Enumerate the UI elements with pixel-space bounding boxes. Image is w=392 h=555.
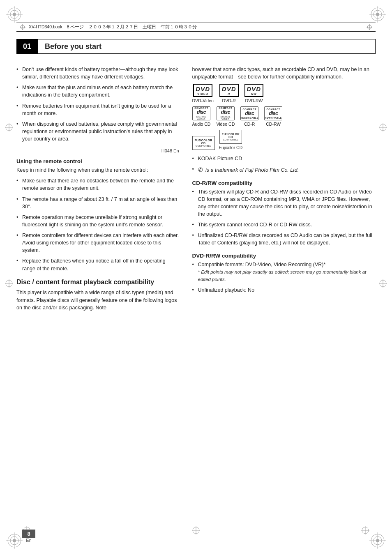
battery-bullet-4: When disposing of used batteries, please… — [16, 120, 179, 143]
trademark-icon: ✆ — [198, 166, 203, 173]
dvd-r-box: DVD R — [219, 84, 239, 97]
chapter-number: 01 — [23, 42, 31, 51]
dvd-logos-row: DVD VIDEO DVD-Video DVD R DVD-R DV — [192, 84, 376, 103]
cd-r-label: CD-R — [244, 122, 255, 127]
disc-logos: DVD VIDEO DVD-Video DVD R DVD-R DV — [192, 84, 376, 150]
kodak-bullet: KODAK Picture CD — [192, 155, 376, 162]
disc-intro-cont: however that some disc types, such as re… — [192, 66, 376, 81]
post-logo-bullets: KODAK Picture CD ✆ is a trademark of Fuj… — [192, 155, 376, 174]
remote-bullet-2: The remote has a range of about 23 ft. /… — [16, 196, 179, 210]
audio-cd-label: Audio CD — [192, 122, 211, 127]
fuji-box-2: FUJICOLOR CD COMPATIBLE — [219, 130, 242, 144]
battery-bullet-1: Don't use different kinds of battery tog… — [16, 66, 179, 81]
dvd-rw-text: DVD — [247, 85, 261, 92]
cd-r-box: COMPACT disc Recordable — [240, 106, 258, 120]
cd-rw-box: COMPACT disc ReWritable — [264, 106, 282, 120]
cd-rw-disc: disc — [269, 111, 278, 116]
battery-bullet-3: Remove batteries from equipment that isn… — [16, 102, 179, 117]
dvdrw-heading: DVD-R/RW compatibility — [192, 253, 376, 259]
dvd-r-label: DVD-R — [222, 98, 236, 103]
video-cd-compact: COMPACT — [219, 107, 232, 110]
corner-decoration-tl — [4, 4, 25, 25]
remote-bullet-1: Make sure that there are no obstacles be… — [16, 177, 179, 192]
page-number: 8 — [27, 531, 30, 537]
dvdrw-bullet-1: Compatible formats: DVD-Video, Video Rec… — [192, 261, 376, 283]
video-cd-logo: COMPACT disc DIGITAL VIDEO Video CD — [216, 106, 235, 127]
audio-cd-logo: COMPACT disc DIGITAL AUDIO Audio CD — [192, 106, 211, 127]
page-lang: En — [26, 538, 31, 543]
dvdrw-bullet-list: Compatible formats: DVD-Video, Video Rec… — [192, 261, 376, 294]
dvd-r-sub: R — [228, 92, 230, 95]
fuji-text-1: FUJICOLOR CD — [193, 139, 214, 145]
fuji-logo-1: FUJICOLOR CD COMPATIBLE — [192, 136, 215, 150]
trademark-bullet: ✆ is a trademark of Fuji Photo Film Co. … — [192, 166, 376, 174]
audio-cd-box: COMPACT disc DIGITAL AUDIO — [192, 106, 210, 120]
cdrw-bullet-1: This system will play CD-R and CD-RW dis… — [192, 188, 376, 218]
dvd-video-logo: DVD VIDEO DVD-Video — [192, 84, 214, 103]
remote-bullet-5: Replace the batteries when you notice a … — [16, 257, 179, 272]
dvdrw-bullet-2: Unfinalized playback: No — [192, 286, 376, 294]
header-crosshair-icon — [20, 24, 25, 30]
video-cd-sub: DIGITAL VIDEO — [218, 115, 233, 120]
cd-rw-compact: COMPACT — [267, 108, 280, 111]
using-remote-heading: Using the remote control — [16, 158, 179, 164]
header-crosshair-right-icon — [367, 24, 372, 30]
corner-decoration-br — [367, 530, 388, 551]
dvd-video-box: DVD VIDEO — [193, 84, 212, 97]
remote-bullet-3: Remote operation may become unreliable i… — [16, 214, 179, 228]
disc-section-heading: Disc / content format playback compatibi… — [16, 278, 179, 287]
audio-cd-sub: DIGITAL AUDIO — [194, 115, 209, 120]
cd-r-sub: Recordable — [240, 117, 258, 119]
chapter-title: Before you start — [45, 42, 101, 51]
reg-mark-left-lower — [5, 279, 13, 288]
battery-bullet-2: Make sure that the plus and minus ends o… — [16, 84, 179, 99]
using-remote-intro: Keep in mind the following when using th… — [16, 166, 179, 174]
audio-cd-disc: disc — [197, 109, 206, 115]
trademark-text: is a trademark of Fuji Photo Film Co. Lt… — [205, 167, 299, 173]
cd-r-compact: COMPACT — [243, 108, 256, 111]
dvd-video-label: DVD-Video — [192, 98, 214, 103]
fuji-text-2: FUJICOLOR CD — [220, 133, 242, 138]
dvd-text: DVD — [196, 85, 210, 92]
cdrw-heading: CD-R/RW compatibility — [192, 180, 376, 186]
dvd-rw-box: DVD RW — [244, 84, 264, 97]
cdrw-bullet-list: This system will play CD-R and CD-RW dis… — [192, 188, 376, 247]
reg-mark-right-lower — [379, 279, 387, 288]
remote-bullet-4: Remote controllers for different devices… — [16, 232, 179, 254]
video-cd-disc: disc — [221, 109, 230, 115]
page-number-box: 8 — [22, 530, 35, 538]
battery-bullet-list: Don't use different kinds of battery tog… — [16, 66, 179, 143]
reg-mark-right-mid — [379, 123, 387, 131]
fuji-sub-2: COMPATIBLE — [223, 138, 238, 141]
cd-r-disc: disc — [245, 111, 254, 116]
video-cd-box: COMPACT disc DIGITAL VIDEO — [217, 106, 235, 120]
fuji-logo-area: FUJICOLOR CD COMPATIBLE FUJICOLOR CD COM… — [192, 130, 376, 150]
ref-code: H048 En — [16, 148, 179, 153]
right-column: however that some disc types, such as re… — [189, 62, 376, 530]
disc-intro: This player is compatible with a wide ra… — [16, 289, 179, 311]
chapter-title-bar: Before you start — [38, 39, 376, 54]
video-cd-label: Video CD — [216, 122, 235, 127]
dvd-rw-sub: RW — [251, 92, 257, 95]
audio-cd-compact: COMPACT — [194, 107, 208, 110]
fuji-sub-1: COMPATIBLE — [196, 145, 211, 147]
reg-mark-left-mid — [5, 123, 13, 131]
cdrw-bullet-3: Unfinalized CD-R/RW discs recorded as CD… — [192, 232, 376, 246]
dvd-video-sub: VIDEO — [197, 92, 208, 95]
dvd-r-logo: DVD R DVD-R — [219, 84, 239, 103]
cd-rw-sub: ReWritable — [265, 117, 282, 119]
cd-rw-logo: COMPACT disc ReWritable CD-RW — [264, 106, 282, 127]
corner-decoration-tr — [367, 4, 388, 25]
left-column: Don't use different kinds of battery tog… — [16, 62, 189, 530]
dvd-rw-logo: DVD RW DVD-RW — [244, 84, 264, 103]
chapter-number-box: 01 — [16, 39, 38, 54]
cd-rw-label: CD-RW — [266, 122, 281, 127]
cdrw-bullet-2: This system cannot record CD-R or CD-RW … — [192, 221, 376, 228]
cd-logos-row: COMPACT disc DIGITAL AUDIO Audio CD COMP… — [192, 106, 376, 127]
page-number-area: 8 En — [16, 530, 41, 543]
header-bar: XV-HTD340.book 8 ページ ２００３年１２月２７日 土曜日 午前１… — [16, 23, 376, 32]
cd-r-logo: COMPACT disc Recordable CD-R — [240, 106, 258, 127]
fuji-label: Fujicolor CD — [219, 145, 243, 150]
remote-bullet-list: Make sure that there are no obstacles be… — [16, 177, 179, 272]
dvd-rw-label: DVD-RW — [245, 98, 263, 103]
